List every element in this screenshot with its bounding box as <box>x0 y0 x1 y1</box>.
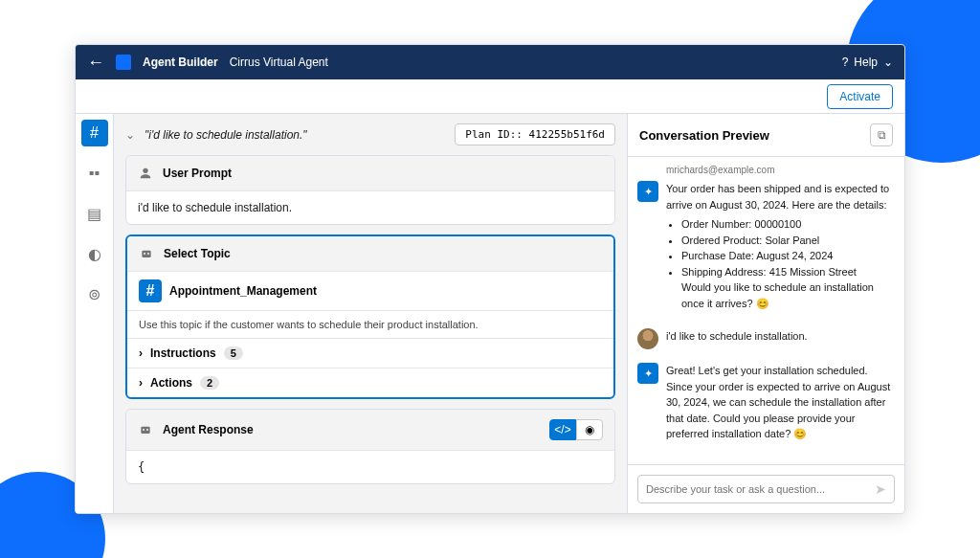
help-icon: ? <box>842 56 849 69</box>
sidebar-item-connections[interactable]: ⊚ <box>81 280 108 307</box>
agent-avatar: ✦ <box>637 181 658 202</box>
preview-view-button[interactable]: ◉ <box>576 419 603 440</box>
popout-button[interactable]: ⧉ <box>870 123 893 146</box>
section-label: Agent Builder <box>143 56 218 69</box>
chat-log: mrichards@example.com ✦ Your order has b… <box>628 157 904 464</box>
preview-panel: Conversation Preview ⧉ mrichards@example… <box>627 114 904 513</box>
message-text: Great! Let's get your installation sched… <box>666 363 895 442</box>
send-button[interactable]: ➤ <box>875 481 886 497</box>
help-label: Help <box>854 56 878 69</box>
instructions-label: Instructions <box>150 346 216 360</box>
chat-input[interactable] <box>646 483 875 495</box>
select-topic-card: Select Topic # Appointment_Management Us… <box>125 234 615 399</box>
svg-point-0 <box>143 168 147 173</box>
apps-icon: ▪▪ <box>89 165 100 182</box>
sidebar-item-hash[interactable]: # <box>81 120 108 146</box>
topic-description: Use this topic if the customer wants to … <box>127 311 613 339</box>
chevron-down-icon[interactable]: ⌄ <box>125 128 135 142</box>
list-item: Ordered Product: Solar Panel <box>681 233 895 249</box>
topbar: ← Agent Builder Cirrus Virtual Agent ? H… <box>76 45 904 79</box>
plan-id-badge: Plan ID:: 412255b51f6d <box>455 123 615 145</box>
view-toggle: </> ◉ <box>549 419 603 440</box>
message-text: Your order has been shipped and is expec… <box>666 183 889 211</box>
prompt-quote: "i'd like to schedule installation." <box>145 128 445 142</box>
svg-rect-4 <box>141 427 149 434</box>
plan-panel: ⌄ "i'd like to schedule installation." P… <box>114 114 627 513</box>
svg-point-6 <box>146 429 148 431</box>
actions-label: Actions <box>150 376 192 390</box>
agent-avatar: ✦ <box>637 363 658 384</box>
back-button[interactable]: ← <box>87 53 104 73</box>
list-item: Order Number: 00000100 <box>681 216 895 233</box>
svg-point-5 <box>143 429 145 431</box>
chevron-right-icon: › <box>139 346 143 360</box>
palette-icon: ◐ <box>88 245 101 263</box>
select-topic-label: Select Topic <box>164 247 231 260</box>
message-text: Would you like to schedule an installati… <box>681 281 874 309</box>
instructions-row[interactable]: › Instructions 5 <box>127 339 613 368</box>
popout-icon: ⧉ <box>878 128 886 142</box>
hash-icon: # <box>139 279 162 302</box>
user-prompt-text: i'd like to schedule installation. <box>126 191 614 224</box>
app-icon <box>116 55 131 70</box>
message-text: i'd like to schedule installation. <box>666 328 895 349</box>
svg-point-3 <box>147 253 149 255</box>
sidebar: # ▪▪ ▤ ◐ ⊚ <box>76 114 114 513</box>
list-item: Purchase Date: August 24, 2024 <box>681 248 895 264</box>
user-prompt-label: User Prompt <box>163 167 232 180</box>
agent-response-card: Agent Response </> ◉ { <box>125 409 615 484</box>
chat-message: ✦ Great! Let's get your installation sch… <box>637 363 895 442</box>
actions-count: 2 <box>200 376 219 390</box>
preview-title: Conversation Preview <box>639 128 769 143</box>
user-avatar <box>637 328 658 349</box>
activate-button[interactable]: Activate <box>827 84 893 109</box>
app-window: ← Agent Builder Cirrus Virtual Agent ? H… <box>75 44 905 514</box>
chat-message: i'd like to schedule installation. <box>637 328 895 349</box>
sidebar-item-library[interactable]: ▤ <box>81 200 108 227</box>
svg-rect-1 <box>142 251 150 257</box>
chevron-right-icon: › <box>139 376 143 390</box>
sidebar-item-palette[interactable]: ◐ <box>81 240 108 267</box>
svg-point-2 <box>144 253 145 255</box>
sidebar-item-apps[interactable]: ▪▪ <box>81 160 108 187</box>
agent-response-label: Agent Response <box>163 423 540 436</box>
chat-message: ✦ Your order has been shipped and is exp… <box>637 181 895 315</box>
agent-title: Cirrus Virtual Agent <box>230 56 328 69</box>
actions-row[interactable]: › Actions 2 <box>127 368 613 397</box>
user-prompt-card: User Prompt i'd like to schedule install… <box>125 155 615 225</box>
list-item: Shipping Address: 415 Mission Street <box>681 266 857 278</box>
robot-icon <box>139 246 154 261</box>
agent-response-body: { <box>126 451 614 483</box>
user-icon <box>138 166 153 181</box>
hash-icon: # <box>90 124 99 142</box>
chat-input-box: ➤ <box>637 475 895 503</box>
action-bar: Activate <box>76 79 904 114</box>
code-view-button[interactable]: </> <box>549 419 576 440</box>
instructions-count: 5 <box>224 346 243 360</box>
chevron-down-icon: ⌄ <box>883 56 893 69</box>
topic-name: Appointment_Management <box>169 284 317 298</box>
book-icon: ▤ <box>87 205 101 223</box>
robot-icon <box>138 422 153 437</box>
connections-icon: ⊚ <box>88 285 100 303</box>
user-email: mrichards@example.com <box>666 165 895 175</box>
help-menu[interactable]: ? Help ⌄ <box>842 56 893 69</box>
